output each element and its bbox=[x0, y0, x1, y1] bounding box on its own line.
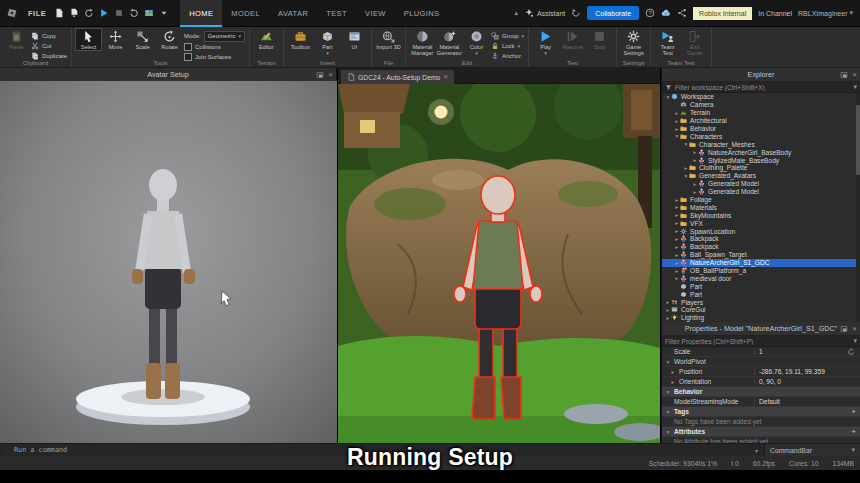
scene-3d[interactable] bbox=[338, 84, 660, 443]
explorer-item-generated-avatars[interactable]: ▾Generated_Avatars bbox=[662, 172, 860, 180]
explorer-item-generated-model[interactable]: ▸Generated Model bbox=[662, 188, 860, 196]
float-panel-icon[interactable] bbox=[840, 325, 848, 333]
explorer-item-camera[interactable]: Camera bbox=[662, 101, 860, 109]
collaborate-button[interactable]: Collaborate bbox=[587, 6, 639, 20]
explorer-item-foliage[interactable]: ▸Foliage bbox=[662, 196, 860, 204]
properties-section-tags[interactable]: ▾Tags+ bbox=[662, 407, 860, 417]
undo-button[interactable] bbox=[127, 7, 140, 20]
rotate-button[interactable]: Rotate bbox=[157, 29, 182, 50]
file-menu-button[interactable]: FILE bbox=[22, 9, 52, 18]
scale-button[interactable]: Scale bbox=[130, 29, 155, 50]
explorer-item-medieval-door[interactable]: ▸medieval door bbox=[662, 274, 860, 282]
explorer-item-workspace[interactable]: ▾Workspace bbox=[662, 93, 860, 101]
mode-dropdown[interactable]: Geometric▾ bbox=[204, 31, 245, 42]
property-value[interactable]: -286.76, 19.11, 99.359 bbox=[754, 368, 860, 375]
menu-tab-view[interactable]: VIEW bbox=[356, 0, 395, 27]
add-icon[interactable]: + bbox=[851, 407, 856, 416]
insert-doc-button[interactable] bbox=[67, 7, 80, 20]
color-button[interactable]: Color▾ bbox=[464, 29, 489, 55]
menu-tab-home[interactable]: HOME bbox=[180, 0, 222, 27]
lock-button[interactable]: Lock▾ bbox=[491, 41, 524, 50]
user-account-dropdown[interactable]: RBLXImagineer ▾ bbox=[798, 9, 853, 17]
copy-button[interactable]: Copy bbox=[31, 31, 67, 40]
material-manager-button[interactable]: Material Manager bbox=[410, 29, 435, 56]
property-group-worldpivot[interactable]: ▾WorldPivot bbox=[662, 357, 860, 367]
explorer-item-character-meshes[interactable]: ▾Character_Meshes bbox=[662, 140, 860, 148]
cloud-sync-icon[interactable] bbox=[661, 8, 671, 18]
viewport-tab[interactable]: GDC24 - Auto-Setup Demo × bbox=[341, 70, 454, 84]
property-value[interactable]: 0, 90, 0 bbox=[754, 378, 860, 385]
sync-icon[interactable] bbox=[571, 8, 581, 18]
explorer-scrollbar[interactable] bbox=[856, 93, 860, 322]
property-value[interactable]: Default bbox=[754, 398, 860, 405]
collapse-ribbon-icon[interactable]: ▴ bbox=[514, 9, 518, 17]
new-doc-button[interactable] bbox=[52, 7, 65, 20]
explorer-item-generated-model[interactable]: ▸Generated Model bbox=[662, 180, 860, 188]
toolbox-button[interactable]: Toolbox bbox=[288, 29, 313, 50]
menu-tab-avatar[interactable]: AVATAR bbox=[269, 0, 317, 27]
redo-button[interactable] bbox=[82, 7, 95, 20]
explorer-item-characters[interactable]: ▾Characters bbox=[662, 132, 860, 140]
avatar-preview-viewport[interactable] bbox=[0, 81, 337, 443]
close-panel-icon[interactable]: × bbox=[852, 325, 857, 333]
import-3d-button[interactable]: Import 3D bbox=[376, 29, 401, 50]
chevron-down-icon[interactable]: ▾ bbox=[755, 447, 758, 454]
explorer-item-materials[interactable]: ▸Materials bbox=[662, 203, 860, 211]
explorer-item-backpack[interactable]: ▸Backpack bbox=[662, 243, 860, 251]
explorer-item-skymountains[interactable]: ▸SkyMountains bbox=[662, 211, 860, 219]
explorer-filter-input[interactable]: Filter workspace (Ctrl+Shift+X) ▾ bbox=[662, 82, 860, 93]
explorer-item-architectural[interactable]: ▸Architectural bbox=[662, 117, 860, 125]
cut-button[interactable]: Cut bbox=[31, 41, 67, 50]
stop-quick-button[interactable] bbox=[112, 7, 125, 20]
explorer-item-naturearchergirl-basebody[interactable]: ▸NatureArcherGirl_BaseBody bbox=[662, 148, 860, 156]
close-panel-icon[interactable]: × bbox=[328, 71, 333, 79]
share-icon[interactable] bbox=[677, 8, 687, 18]
explorer-item-ob-ballplatform-a[interactable]: ▸OB_BallPlatform_a bbox=[662, 267, 860, 275]
explorer-item-spawnlocation[interactable]: ▸SpawnLocation bbox=[662, 227, 860, 235]
team-test-button[interactable]: Team Test bbox=[655, 29, 680, 56]
float-panel-icon[interactable] bbox=[316, 71, 324, 79]
float-panel-icon[interactable] bbox=[840, 71, 848, 79]
properties-section-behavior[interactable]: ▾Behavior bbox=[662, 387, 860, 397]
explorer-scrollbar-thumb[interactable] bbox=[856, 105, 860, 175]
explorer-item-coregui[interactable]: ▸CoreGui bbox=[662, 306, 860, 314]
menu-tab-test[interactable]: TEST bbox=[317, 0, 356, 27]
explorer-item-players[interactable]: ▸Players bbox=[662, 298, 860, 306]
add-icon[interactable]: + bbox=[851, 427, 856, 436]
ui-button[interactable]: UI bbox=[342, 29, 367, 50]
explorer-item-part[interactable]: Part bbox=[662, 290, 860, 298]
play-button[interactable]: Play▾ bbox=[533, 29, 558, 55]
commandbar-dropdown[interactable]: CommandBar ▾ bbox=[764, 444, 860, 457]
part-button[interactable]: Part▾ bbox=[315, 29, 340, 55]
collisions-checkbox[interactable]: Collisions bbox=[184, 42, 245, 51]
explorer-item-vfx[interactable]: ▸VFX bbox=[662, 219, 860, 227]
select-button[interactable]: Select bbox=[76, 29, 101, 50]
explorer-item-stylizedmale-basebody[interactable]: ▸StylizedMale_BaseBody bbox=[662, 156, 860, 164]
explorer-item-clothing-palette[interactable]: ▸Clothing_Palette bbox=[662, 164, 860, 172]
command-input[interactable]: Run a command bbox=[14, 446, 755, 454]
play-quick-button[interactable] bbox=[97, 7, 110, 20]
anchor-button[interactable]: Anchor bbox=[491, 51, 524, 60]
explorer-item-terrain[interactable]: ▸Terrain bbox=[662, 109, 860, 117]
caret-down-button[interactable] bbox=[157, 7, 170, 20]
material-generator-button[interactable]: Material Generator bbox=[437, 29, 462, 56]
property-value[interactable]: 1 bbox=[754, 348, 860, 356]
explorer-item-behavior[interactable]: ▸Behavior bbox=[662, 125, 860, 133]
duplicate-button[interactable]: Duplicate bbox=[31, 51, 67, 60]
game-settings-button[interactable]: Game Settings bbox=[621, 29, 646, 56]
move-button[interactable]: Move bbox=[103, 29, 128, 50]
explorer-item-lighting[interactable]: ▸Lighting bbox=[662, 314, 860, 322]
explorer-item-backpack[interactable]: ▸Backpack bbox=[662, 235, 860, 243]
explorer-item-part[interactable]: Part bbox=[662, 282, 860, 290]
properties-filter-input[interactable]: Filter Properties (Ctrl+Shift+P) ▾ bbox=[662, 336, 860, 347]
close-tab-icon[interactable]: × bbox=[443, 73, 448, 81]
help-icon[interactable]: ? bbox=[645, 8, 655, 18]
editor-button[interactable]: Editor bbox=[254, 29, 279, 50]
menu-tab-model[interactable]: MODEL bbox=[222, 0, 269, 27]
explorer-item-ball-spawn-target[interactable]: ▸Ball_Spawn_Target bbox=[662, 251, 860, 259]
group-button[interactable]: Group▾ bbox=[491, 31, 524, 40]
assistant-button[interactable]: Assistant bbox=[524, 8, 565, 18]
menu-tab-plugins[interactable]: PLUGINS bbox=[395, 0, 449, 27]
close-panel-icon[interactable]: × bbox=[852, 71, 857, 79]
drag-handle-icon[interactable]: ⋮ bbox=[3, 446, 10, 454]
